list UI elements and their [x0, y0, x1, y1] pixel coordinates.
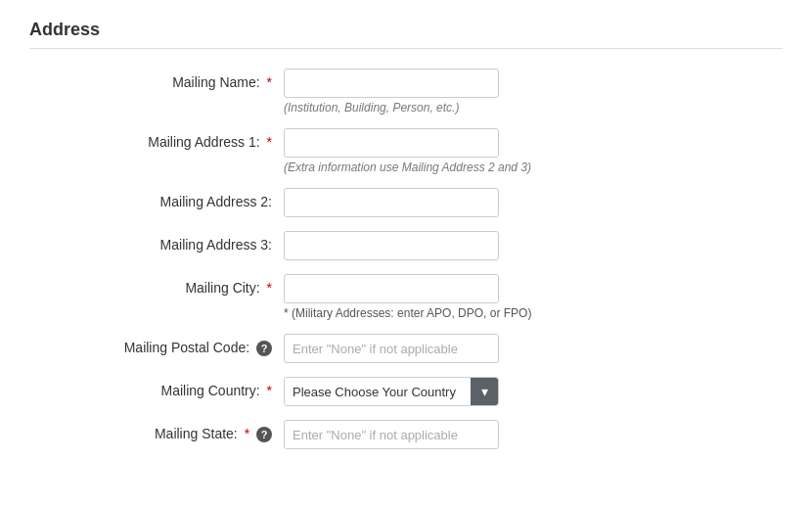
mailing-name-input[interactable] — [284, 69, 499, 98]
mailing-country-row: Mailing Country: * Please Choose Your Co… — [29, 377, 783, 406]
mailing-address-2-input[interactable] — [284, 188, 499, 217]
mailing-city-label: Mailing City: * — [29, 274, 284, 296]
required-indicator: * — [245, 426, 249, 441]
required-indicator: * — [267, 383, 272, 398]
mailing-name-hint: (Institution, Building, Person, etc.) — [284, 101, 783, 115]
mailing-state-label: Mailing State: * ? — [29, 420, 284, 442]
required-indicator: * — [267, 74, 272, 90]
address-form: Mailing Name: * (Institution, Building, … — [29, 69, 783, 449]
section-title: Address — [29, 20, 783, 49]
mailing-address-3-input-cell — [284, 231, 783, 260]
required-indicator: * — [267, 134, 272, 150]
mailing-city-row: Mailing City: * * (Military Addresses: e… — [29, 274, 783, 320]
mailing-country-label: Mailing Country: * — [29, 377, 284, 398]
mailing-address-1-input-cell: (Extra information use Mailing Address 2… — [284, 128, 783, 174]
mailing-name-input-cell: (Institution, Building, Person, etc.) — [284, 69, 783, 115]
mailing-address-3-input[interactable] — [284, 231, 499, 260]
mailing-city-input-cell: * (Military Addresses: enter APO, DPO, o… — [284, 274, 783, 320]
mailing-state-input-cell — [284, 420, 783, 449]
mailing-postal-code-label: Mailing Postal Code: ? — [29, 334, 284, 356]
mailing-city-hint: * (Military Addresses: enter APO, DPO, o… — [284, 306, 783, 320]
mailing-country-select-wrapper[interactable]: Please Choose Your Country United States… — [284, 377, 499, 406]
mailing-address-3-row: Mailing Address 3: — [29, 231, 783, 260]
mailing-address-2-label: Mailing Address 2: — [29, 188, 284, 209]
postal-code-help-icon[interactable]: ? — [256, 341, 272, 356]
mailing-address-1-label: Mailing Address 1: * — [29, 128, 284, 150]
mailing-address-1-row: Mailing Address 1: * (Extra information … — [29, 128, 783, 174]
mailing-postal-code-row: Mailing Postal Code: ? — [29, 334, 783, 363]
mailing-address-1-hint: (Extra information use Mailing Address 2… — [284, 161, 783, 174]
required-indicator: * — [267, 280, 272, 296]
mailing-state-input[interactable] — [284, 420, 499, 449]
mailing-postal-code-input-cell — [284, 334, 783, 363]
mailing-address-3-label: Mailing Address 3: — [29, 231, 284, 253]
mailing-postal-code-input[interactable] — [284, 334, 499, 363]
mailing-address-1-input[interactable] — [284, 128, 499, 158]
mailing-country-input-cell: Please Choose Your Country United States… — [284, 377, 783, 406]
mailing-address-2-row: Mailing Address 2: — [29, 188, 783, 217]
mailing-name-row: Mailing Name: * (Institution, Building, … — [29, 69, 783, 115]
mailing-name-label: Mailing Name: * — [29, 69, 284, 90]
mailing-country-select[interactable]: Please Choose Your Country United States… — [285, 378, 498, 405]
state-help-icon[interactable]: ? — [256, 427, 272, 442]
mailing-state-row: Mailing State: * ? — [29, 420, 783, 449]
mailing-city-input[interactable] — [284, 274, 499, 303]
mailing-address-2-input-cell — [284, 188, 783, 217]
